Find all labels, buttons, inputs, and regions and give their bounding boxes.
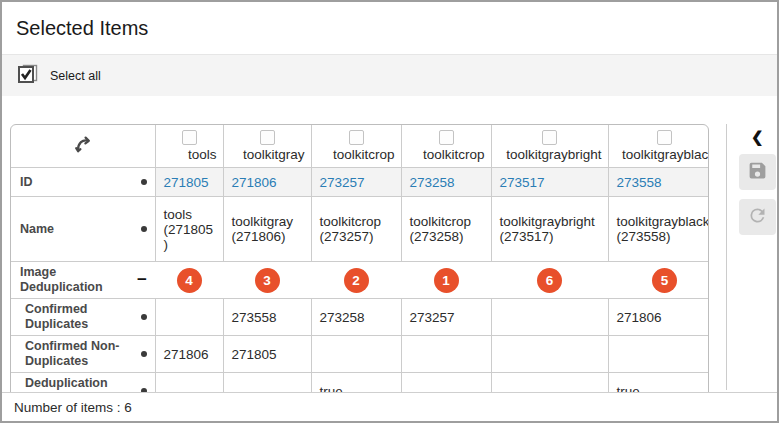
confirmed-non-duplicates-cell <box>401 336 491 373</box>
table-header-row: tools toolkitgray toolkitcrop toolkitcro… <box>11 125 709 168</box>
items-table: tools toolkitgray toolkitcrop toolkitcro… <box>11 125 709 409</box>
name-cell: toolkitcrop (273257) <box>311 197 401 262</box>
name-cell: toolkitgraybright (273517) <box>491 197 608 262</box>
confirmed-duplicates-cell: 273258 <box>311 299 401 336</box>
row-label-confirmed-duplicates: Confirmed Duplicates <box>25 302 141 332</box>
column-checkbox-toolkitgraybright[interactable] <box>542 130 557 145</box>
confirmed-non-duplicates-cell <box>491 336 608 373</box>
panel-divider <box>726 124 727 390</box>
id-link[interactable]: 273517 <box>500 175 545 190</box>
column-header-label: toolkitgraybright <box>506 145 607 165</box>
bullet-icon <box>141 226 147 232</box>
transpose-button[interactable] <box>11 125 155 167</box>
item-count-text: Number of items : 6 <box>14 400 132 415</box>
column-header-label: toolkitgray <box>243 145 311 165</box>
dedup-order-badge: 4 <box>177 268 202 293</box>
bullet-icon <box>141 179 147 185</box>
name-cell: toolkitgrayblack (273558) <box>608 197 709 262</box>
content-area: tools toolkitgray toolkitcrop toolkitcro… <box>2 124 777 410</box>
table-row-image-deduplication: Image Deduplication− 4 3 2 1 6 5 <box>11 262 709 299</box>
items-table-container: tools toolkitgray toolkitcrop toolkitcro… <box>10 124 709 410</box>
select-all-label: Select all <box>50 69 101 83</box>
bullet-icon <box>141 314 147 320</box>
confirmed-non-duplicates-cell <box>608 336 709 373</box>
save-button[interactable] <box>739 154 776 190</box>
id-link[interactable]: 271806 <box>232 175 277 190</box>
row-label-name: Name <box>20 222 54 237</box>
table-row-confirmed-non-duplicates: Confirmed Non-Duplicates 271806 271805 <box>11 336 709 373</box>
status-bar: Number of items : 6 <box>2 392 777 421</box>
name-cell: toolkitcrop (273258) <box>401 197 491 262</box>
select-all-icon <box>16 63 39 89</box>
id-link[interactable]: 273257 <box>320 175 365 190</box>
column-checkbox-toolkitcrop-2[interactable] <box>439 130 454 145</box>
id-link[interactable]: 271805 <box>164 175 209 190</box>
row-label-id: ID <box>20 175 33 190</box>
column-checkbox-toolkitgray[interactable] <box>260 130 275 145</box>
column-checkbox-toolkitcrop-1[interactable] <box>349 130 364 145</box>
table-row-name: Name tools (271805) toolkitgray (271806)… <box>11 197 709 262</box>
column-header-label: toolkitgrayblack <box>622 145 709 165</box>
dedup-order-badge: 1 <box>434 268 459 293</box>
name-cell: toolkitgray (271806) <box>223 197 311 262</box>
save-icon <box>747 160 768 184</box>
id-link[interactable]: 273258 <box>410 175 455 190</box>
bullet-icon <box>141 351 147 357</box>
page-title: Selected Items <box>2 2 777 54</box>
dedup-order-badge: 2 <box>344 268 369 293</box>
name-cell: tools (271805) <box>155 197 223 262</box>
transpose-icon <box>73 134 93 158</box>
collapse-group-icon[interactable]: − <box>137 274 147 286</box>
table-row-id: ID 271805 271806 273257 273258 273517 27… <box>11 168 709 197</box>
column-header-label: toolkitcrop <box>333 145 401 165</box>
column-header-label: toolkitcrop <box>423 145 491 165</box>
confirmed-duplicates-cell: 273257 <box>401 299 491 336</box>
toolbar: Select all <box>2 54 777 96</box>
id-link[interactable]: 273558 <box>617 175 662 190</box>
selected-items-panel: Selected Items Select all <box>0 0 779 423</box>
confirmed-non-duplicates-cell: 271805 <box>223 336 311 373</box>
confirmed-non-duplicates-cell <box>311 336 401 373</box>
confirmed-duplicates-cell <box>155 299 223 336</box>
dedup-order-badge: 5 <box>652 268 677 293</box>
column-header-label: tools <box>188 145 223 165</box>
row-label-confirmed-non-duplicates: Confirmed Non-Duplicates <box>25 339 141 369</box>
select-all-button[interactable]: Select all <box>16 63 101 89</box>
table-row-confirmed-duplicates: Confirmed Duplicates 273558 273258 27325… <box>11 299 709 336</box>
column-checkbox-tools[interactable] <box>182 130 197 145</box>
confirmed-non-duplicates-cell: 271806 <box>155 336 223 373</box>
confirmed-duplicates-cell <box>491 299 608 336</box>
dedup-order-badge: 6 <box>537 268 562 293</box>
column-checkbox-toolkitgrayblack[interactable] <box>657 130 672 145</box>
group-label-image-deduplication: Image Deduplication <box>20 265 127 295</box>
confirmed-duplicates-cell: 271806 <box>608 299 709 336</box>
dedup-order-badge: 3 <box>255 268 280 293</box>
refresh-button[interactable] <box>739 199 776 235</box>
refresh-icon <box>747 205 768 229</box>
confirmed-duplicates-cell: 273558 <box>223 299 311 336</box>
side-panel: ❮ <box>738 124 777 244</box>
collapse-panel-button[interactable]: ❮ <box>751 124 764 154</box>
